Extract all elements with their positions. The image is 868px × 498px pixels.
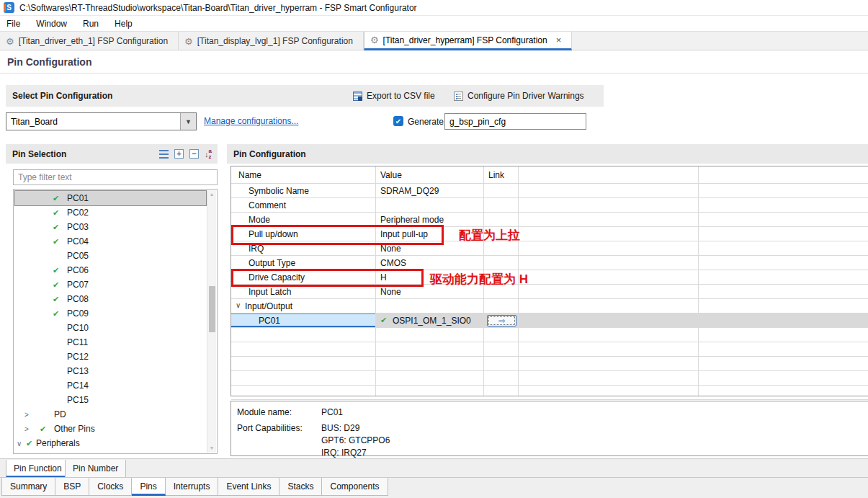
tree-item-other-pins[interactable]: >✔Other Pins (15, 422, 206, 436)
gear-icon: ⚙ (6, 36, 14, 47)
pin-configuration-select[interactable]: Titan_Board ▼ (6, 112, 197, 130)
pin-view-tab-strip: Pin Function Pin Number (0, 458, 868, 477)
tree-item-label: PC04 (67, 236, 89, 246)
tree-item-pc02[interactable]: ✔PC02 (15, 205, 206, 220)
tab-pin-number[interactable]: Pin Number (65, 460, 126, 478)
chevron-down-icon[interactable]: ∨ (17, 440, 26, 448)
tree-item-pc06[interactable]: ✔PC06 (15, 263, 206, 277)
menu-help[interactable]: Help (107, 16, 140, 31)
menu-file[interactable]: File (0, 16, 28, 31)
sort-az-icon[interactable]: ↓az (205, 148, 212, 160)
view-list-icon[interactable] (159, 150, 169, 159)
pin-filter-input[interactable] (13, 169, 218, 185)
property-row-pc01[interactable]: PC01 ✔ OSPI1_OM_1_SIO0 ⇒ (231, 314, 868, 328)
tree-item-pc04[interactable]: ✔PC04 (15, 234, 206, 249)
chevron-right-icon[interactable]: > (24, 411, 40, 419)
check-icon: ✔ (53, 280, 67, 290)
scroll-up-icon[interactable]: ▲ (207, 190, 216, 199)
property-value[interactable]: Input pull-up (380, 229, 428, 239)
tab-titan-display-lvgl[interactable]: ⚙ [Titan_display_lvgl_1] FSP Configurati… (179, 32, 364, 50)
tree-item-pc01[interactable]: ✔PC01 (15, 191, 206, 205)
property-row-comment[interactable]: Comment (231, 198, 868, 213)
tree-item-pc12[interactable]: PC12 (15, 350, 206, 364)
chevron-down-icon[interactable]: ∨ (236, 301, 241, 309)
tab-stacks[interactable]: Stacks (279, 478, 322, 496)
tree-item-pc11[interactable]: PC11 (15, 335, 206, 350)
selected-cell-highlight (231, 314, 375, 327)
tree-item-pc07[interactable]: ✔PC07 (15, 277, 206, 292)
property-value[interactable]: None (380, 287, 401, 297)
tree-item-label: PD (54, 409, 66, 419)
section-title: Select Pin Configuration (12, 91, 112, 101)
tab-pins[interactable]: Pins (132, 478, 165, 496)
tab-titan-driver-hyperram[interactable]: ⚙ [Titan_driver_hyperram] FSP Configurat… (364, 32, 572, 50)
annotation-pull-up: 配置为上拉 (459, 227, 520, 244)
property-row-drive-capacity[interactable]: Drive Capacity H (231, 270, 868, 285)
tree-item-label: PC02 (67, 208, 89, 218)
collapse-all-icon[interactable]: − (189, 149, 199, 159)
property-name: Mode (249, 215, 270, 225)
tab-interrupts[interactable]: Interrupts (166, 478, 219, 496)
tree-item-pc14[interactable]: PC14 (15, 378, 206, 393)
property-name: Drive Capacity (249, 272, 305, 283)
property-value[interactable]: H (380, 272, 387, 283)
chevron-right-icon[interactable]: > (24, 425, 40, 433)
check-icon: ✔ (53, 309, 67, 319)
gear-icon: ⚙ (370, 35, 379, 45)
tree-item-pc08[interactable]: ✔PC08 (15, 292, 206, 306)
scroll-down-icon[interactable]: ▼ (207, 444, 216, 453)
property-group-input-output[interactable]: ∨ Input/Output (231, 299, 868, 314)
tree-item-pc09[interactable]: ✔PC09 (15, 306, 206, 321)
property-name[interactable]: PC01 (259, 316, 280, 326)
tab-pin-function[interactable]: Pin Function (6, 460, 70, 478)
tab-titan-driver-eth[interactable]: ⚙ [Titan_driver_eth_1] FSP Configuration (0, 32, 179, 50)
property-value[interactable]: None (380, 244, 401, 254)
tree-item-pd[interactable]: >PD (15, 407, 206, 422)
tree-item-pc15[interactable]: PC15 (15, 393, 206, 407)
tree-item-label: Peripherals (36, 438, 80, 448)
link-navigate-button[interactable]: ⇒ (487, 315, 516, 326)
property-row-irq[interactable]: IRQ None (231, 241, 868, 256)
property-value[interactable]: Peripheral mode (380, 215, 444, 225)
property-value[interactable]: SDRAM_DQ29 (380, 186, 439, 196)
tab-summary[interactable]: Summary (1, 478, 55, 496)
menu-bar: File Window Run Help (0, 16, 868, 32)
port-capability-gpt: GPT6: GTCPPO6 (321, 435, 390, 445)
tree-item-pc03[interactable]: ✔PC03 (15, 220, 206, 234)
tree-item-pc05[interactable]: PC05 (15, 249, 206, 263)
configure-pin-driver-warnings-button[interactable]: Configure Pin Driver Warnings (454, 85, 584, 107)
module-name-value: PC01 (321, 407, 343, 417)
property-row-pull-up-down[interactable]: Pull up/down Input pull-up (231, 227, 868, 241)
column-divider (375, 166, 376, 396)
gear-icon: ⚙ (184, 36, 193, 47)
tree-item-pc13[interactable]: PC13 (15, 364, 206, 378)
tree-item-peripherals[interactable]: ∨✔Peripherals (15, 436, 206, 450)
tab-components[interactable]: Components (322, 478, 388, 496)
check-icon: ✔ (26, 439, 36, 448)
tree-item-pc10[interactable]: PC10 (15, 321, 206, 335)
scrollbar-thumb[interactable] (209, 286, 215, 332)
menu-run[interactable]: Run (75, 16, 107, 31)
generate-data-input[interactable] (444, 113, 586, 130)
menu-window[interactable]: Window (28, 16, 75, 31)
pin-selection-tree: ✔PC01 ✔PC02 ✔PC03 ✔PC04 PC05 ✔PC06 ✔PC07… (13, 189, 218, 454)
selected-configuration: Titan_Board (6, 117, 180, 127)
property-value[interactable]: CMOS (380, 258, 406, 268)
app-icon: S (4, 2, 14, 13)
property-row-input-latch[interactable]: Input Latch None (231, 285, 868, 299)
generate-data-checkbox[interactable]: ✔ (393, 116, 403, 126)
property-name: Pull up/down (249, 229, 298, 239)
tree-scrollbar[interactable]: ▲ ▼ (207, 190, 216, 453)
manage-configurations-link[interactable]: Manage configurations... (204, 116, 298, 126)
empty-row (231, 357, 868, 371)
property-value[interactable]: OSPI1_OM_1_SIO0 (393, 316, 471, 326)
tab-clocks[interactable]: Clocks (89, 478, 132, 496)
property-row-output-type[interactable]: Output Type CMOS (231, 256, 868, 270)
property-row-symbolic-name[interactable]: Symbolic Name SDRAM_DQ29 (231, 184, 868, 198)
expand-all-icon[interactable]: + (174, 149, 184, 159)
tab-bsp[interactable]: BSP (55, 478, 89, 496)
tab-event-links[interactable]: Event Links (218, 478, 279, 496)
property-row-mode[interactable]: Mode Peripheral mode (231, 213, 868, 227)
export-to-csv-button[interactable]: Export to CSV file (353, 85, 435, 107)
close-icon[interactable]: × (556, 35, 562, 45)
